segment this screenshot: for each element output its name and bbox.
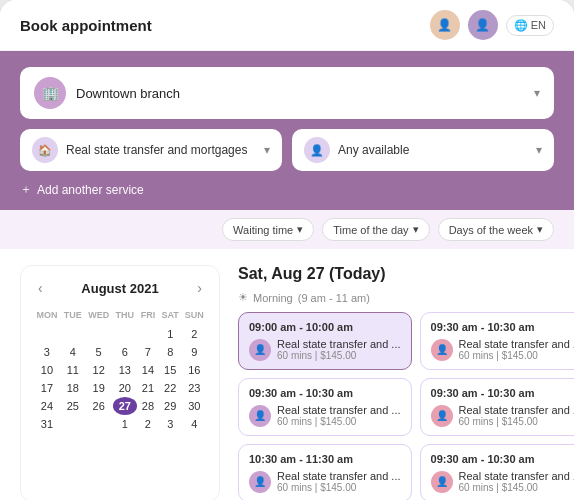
calendar-day[interactable]: 24 [33, 397, 61, 415]
calendar-day[interactable]: 17 [33, 379, 61, 397]
calendar-day[interactable]: 6 [113, 343, 138, 361]
appointment-service-name: Real state transfer and ... [277, 470, 401, 482]
calendar-day[interactable]: 30 [182, 397, 207, 415]
staff-avatar: 👤 [249, 339, 271, 361]
calendar-day[interactable]: 27 [113, 397, 138, 415]
add-service-label: Add another service [37, 183, 144, 197]
avatar-2[interactable]: 👤 [468, 10, 498, 40]
calendar-day[interactable]: 12 [85, 361, 113, 379]
prev-month-button[interactable]: ‹ [33, 278, 48, 298]
calendar-day [61, 415, 85, 433]
calendar-day[interactable]: 4 [182, 415, 207, 433]
calendar-day[interactable]: 22 [159, 379, 182, 397]
filters-row: Waiting time ▾ Time of the day ▾ Days of… [0, 210, 574, 249]
appointment-service-name: Real state transfer and ... [459, 404, 574, 416]
appointment-time: 09:30 am - 10:30 am [431, 321, 574, 333]
appointment-time: 09:00 am - 10:00 am [249, 321, 401, 333]
calendar-day[interactable]: 29 [159, 397, 182, 415]
calendar-day[interactable]: 9 [182, 343, 207, 361]
calendar-weekday: SAT [159, 308, 182, 325]
service-selector[interactable]: 🏠 Real state transfer and mortgages ▾ [20, 129, 282, 171]
chevron-down-icon: ▾ [534, 86, 540, 100]
staff-icon: 👤 [304, 137, 330, 163]
staff-selector[interactable]: 👤 Any available ▾ [292, 129, 554, 171]
appointment-card[interactable]: 09:00 am - 10:00 am👤Real state transfer … [238, 312, 412, 370]
lang-selector[interactable]: 🌐 EN [506, 15, 554, 36]
service-selection-section: 🏢 Downtown branch ▾ 🏠 Real state transfe… [0, 51, 574, 210]
filter-time-label: Time of the day [333, 224, 408, 236]
calendar-day[interactable]: 3 [33, 343, 61, 361]
calendar-day[interactable]: 28 [137, 397, 159, 415]
calendar-day[interactable]: 1 [113, 415, 138, 433]
staff-avatar: 👤 [431, 405, 453, 427]
calendar-day[interactable]: 14 [137, 361, 159, 379]
selectors-row: 🏠 Real state transfer and mortgages ▾ 👤 … [20, 129, 554, 171]
calendar-day[interactable]: 21 [137, 379, 159, 397]
appointment-price: 60 mins | $145.00 [277, 416, 401, 427]
calendar-day [137, 325, 159, 343]
appointment-price: 60 mins | $145.00 [459, 350, 574, 361]
filter-days-of-week[interactable]: Days of the week ▾ [438, 218, 554, 241]
plus-icon: ＋ [20, 181, 32, 198]
main-content: ‹ August 2021 › MONTUEWEDTHUFRISATSUN 12… [0, 249, 574, 500]
filter-waiting-time[interactable]: Waiting time ▾ [222, 218, 314, 241]
calendar-day[interactable]: 5 [85, 343, 113, 361]
staff-chevron-icon: ▾ [536, 143, 542, 157]
service-label: Real state transfer and mortgages [66, 143, 247, 157]
filter-chevron-2: ▾ [413, 223, 419, 236]
service-chevron-icon: ▾ [264, 143, 270, 157]
header-actions: 👤 👤 🌐 EN [430, 10, 554, 40]
calendar-day[interactable]: 20 [113, 379, 138, 397]
calendar-day[interactable]: 3 [159, 415, 182, 433]
calendar-day[interactable]: 23 [182, 379, 207, 397]
appointment-card[interactable]: 10:30 am - 11:30 am👤Real state transfer … [238, 444, 412, 500]
staff-label: Any available [338, 143, 409, 157]
next-month-button[interactable]: › [192, 278, 207, 298]
calendar-day[interactable]: 19 [85, 379, 113, 397]
calendar-day[interactable]: 2 [182, 325, 207, 343]
appointment-card[interactable]: 09:30 am - 10:30 am👤Real state transfer … [420, 444, 574, 500]
avatar-1[interactable]: 👤 [430, 10, 460, 40]
calendar-day[interactable]: 4 [61, 343, 85, 361]
staff-avatar: 👤 [249, 405, 271, 427]
calendar-day [85, 415, 113, 433]
calendar-day[interactable]: 1 [159, 325, 182, 343]
calendar-month: August 2021 [81, 281, 158, 296]
appointments-panel: Sat, Aug 27 (Today) ☀ Morning (9 am - 11… [238, 265, 574, 500]
filter-chevron-1: ▾ [297, 223, 303, 236]
calendar-day[interactable]: 31 [33, 415, 61, 433]
add-service-button[interactable]: ＋ Add another service [20, 181, 144, 198]
calendar-day [61, 325, 85, 343]
globe-icon: 🌐 [514, 19, 528, 32]
service-icon: 🏠 [32, 137, 58, 163]
branch-name: Downtown branch [76, 86, 180, 101]
calendar-panel: ‹ August 2021 › MONTUEWEDTHUFRISATSUN 12… [20, 265, 220, 500]
calendar-day[interactable]: 13 [113, 361, 138, 379]
calendar-day[interactable]: 8 [159, 343, 182, 361]
calendar-day[interactable]: 15 [159, 361, 182, 379]
calendar-day[interactable]: 10 [33, 361, 61, 379]
page-title: Book appointment [20, 17, 152, 34]
calendar-day[interactable]: 11 [61, 361, 85, 379]
calendar-weekday: FRI [137, 308, 159, 325]
filter-time-of-day[interactable]: Time of the day ▾ [322, 218, 429, 241]
appointment-service-name: Real state transfer and ... [459, 338, 574, 350]
calendar-day[interactable]: 25 [61, 397, 85, 415]
appointment-date-title: Sat, Aug 27 (Today) [238, 265, 574, 283]
appointment-service-name: Real state transfer and ... [459, 470, 574, 482]
branch-icon: 🏢 [34, 77, 66, 109]
calendar-day[interactable]: 18 [61, 379, 85, 397]
calendar-day [113, 325, 138, 343]
calendar-day[interactable]: 26 [85, 397, 113, 415]
calendar-day[interactable]: 7 [137, 343, 159, 361]
filter-days-label: Days of the week [449, 224, 533, 236]
calendar-weekday: THU [113, 308, 138, 325]
booking-window: Book appointment 👤 👤 🌐 EN 🏢 Downtown bra… [0, 0, 574, 500]
branch-selector[interactable]: 🏢 Downtown branch ▾ [20, 67, 554, 119]
appointment-card[interactable]: 09:30 am - 10:30 am👤Real state transfer … [238, 378, 412, 436]
appointment-card[interactable]: 09:30 am - 10:30 am👤Real state transfer … [420, 378, 574, 436]
calendar-day[interactable]: 2 [137, 415, 159, 433]
calendar-day[interactable]: 16 [182, 361, 207, 379]
appointment-card[interactable]: 09:30 am - 10:30 am👤Real state transfer … [420, 312, 574, 370]
filter-chevron-3: ▾ [537, 223, 543, 236]
